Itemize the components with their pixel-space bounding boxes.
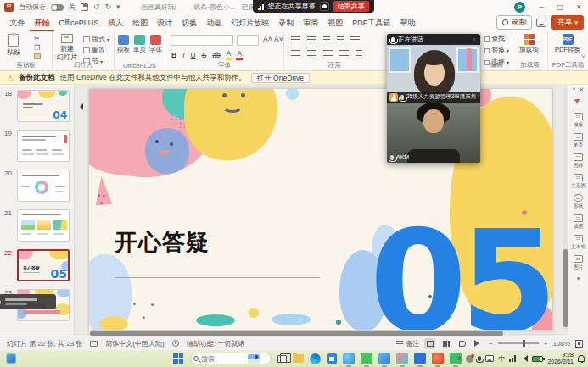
open-onedrive-button[interactable]: 打开 OneDrive (251, 73, 310, 83)
maximize-button[interactable]: ▢ (551, 0, 569, 14)
sidebar-collapse-icon[interactable]: ˅ (573, 86, 576, 93)
fit-to-window-icon[interactable] (575, 340, 583, 348)
zoom-out-icon[interactable]: − (489, 340, 493, 348)
notes-button[interactable]: 备注 (396, 339, 419, 348)
thumbnail-slide-21[interactable]: 21 (0, 208, 74, 247)
tab-review[interactable]: 审阅 (299, 14, 323, 31)
reset-button[interactable]: 重置 (83, 46, 109, 55)
sidebar-item-illustration[interactable]: 插画 (573, 214, 584, 231)
tab-animations[interactable]: 动画 (202, 14, 227, 31)
strikethrough-button[interactable]: S (201, 51, 208, 59)
task-view-icon[interactable] (277, 355, 287, 363)
minimize-button[interactable]: ─ (532, 0, 551, 14)
sidebar-item-textbox[interactable]: 文本框 (570, 235, 587, 251)
thumbnail-slide-18[interactable]: 18 04 (0, 88, 74, 128)
pinned-app-wechat-icon[interactable] (361, 353, 372, 364)
slide-title-text[interactable]: 开心答疑 (115, 227, 210, 258)
increase-indent-icon[interactable] (337, 36, 344, 43)
language-indicator[interactable]: 简体中文(中国大陆) (105, 339, 164, 348)
bullet-list-icon[interactable] (291, 36, 300, 43)
desktop-widget-icon[interactable] (6, 353, 16, 364)
tab-officeplus[interactable]: OfficePLUS (54, 14, 104, 31)
pinned-app-meeting-icon[interactable] (396, 353, 408, 364)
clock[interactable]: 9:28 2026/2/11 (547, 352, 574, 366)
start-button[interactable] (173, 353, 184, 364)
sidebar-close-icon[interactable]: ✕ (580, 86, 585, 93)
video-call-overlay[interactable]: 正在讲话 « 25级人力资源管理3班潘东旭 AKM (387, 34, 480, 163)
autosave-toggle[interactable] (51, 4, 64, 11)
record-button[interactable]: 录制 (496, 15, 532, 30)
share-button[interactable]: 共享 ▾ (551, 15, 584, 30)
snip-tray-icon[interactable] (485, 355, 494, 362)
cut-icon[interactable]: ✂ (34, 35, 41, 42)
replace-button[interactable]: 替换▾ (484, 46, 509, 55)
shrink-font-button[interactable]: A˅ (273, 35, 284, 43)
new-slide-button[interactable]: 新建 幻灯片 (57, 34, 77, 62)
font-color-button[interactable]: A (236, 49, 243, 60)
taskbar-search[interactable] (190, 353, 272, 364)
single-page-button[interactable]: 单页 (133, 35, 146, 54)
italic-button[interactable]: I (182, 51, 185, 59)
tab-design[interactable]: 设计 (153, 14, 177, 31)
sidebar-item-diagram[interactable]: 关系图 (570, 174, 587, 190)
align-center-icon[interactable] (307, 50, 316, 57)
sidebar-item-icons[interactable]: 图标 (573, 153, 584, 170)
format-painter-icon[interactable] (34, 53, 41, 59)
slide-editor[interactable]: 开心答疑 05 (89, 89, 552, 330)
grow-font-button[interactable]: A˄ (262, 35, 273, 43)
tab-record[interactable]: 录制 (274, 14, 299, 31)
bold-button[interactable]: B (171, 51, 177, 59)
sidebar-item-shapes[interactable]: 形状 (573, 194, 584, 210)
overlay-collapse-icon[interactable]: « (473, 36, 476, 42)
addins-button[interactable]: 加载项 (519, 34, 539, 54)
thumbnail-slide-23[interactable]: 23 THANKS (0, 287, 74, 327)
align-left-icon[interactable] (291, 50, 300, 57)
numbered-list-icon[interactable] (307, 36, 316, 43)
network-icon[interactable] (509, 355, 516, 362)
tab-view[interactable]: 视图 (323, 14, 348, 31)
pdf-convert-button[interactable]: PDF转换 (555, 34, 580, 54)
font-pack-button[interactable]: 字体 (149, 35, 162, 54)
sidebar-item-single-page[interactable]: 单页 (573, 133, 584, 149)
video-tile-participant-2[interactable]: AKM (387, 96, 480, 163)
volume-icon[interactable] (520, 355, 528, 362)
display-settings-icon[interactable] (90, 341, 98, 347)
slideshow-view-button[interactable] (473, 338, 484, 349)
accessibility-status[interactable]: 辅助功能: 一切就绪 (187, 339, 244, 348)
copy-icon[interactable]: ❐ (34, 44, 41, 52)
sidebar-item-picture[interactable]: 图片 (573, 255, 584, 271)
thumbnail-slide-22-selected[interactable]: 22 开心答疑 05 (0, 247, 74, 287)
columns-icon[interactable] (356, 50, 362, 57)
find-button[interactable]: 查找 (484, 34, 509, 43)
microsoft-store-icon[interactable] (327, 353, 337, 364)
video-tile-participant-1[interactable] (387, 45, 480, 96)
redo-icon[interactable]: ↻ (105, 3, 112, 11)
save-icon[interactable] (81, 3, 88, 11)
tab-home[interactable]: 开始 (30, 14, 54, 31)
security-tray-icon[interactable] (466, 355, 473, 363)
reading-view-button[interactable] (456, 338, 468, 349)
collapse-ribbon-icon[interactable]: ˅ (581, 53, 585, 60)
tab-transitions[interactable]: 切换 (177, 14, 202, 31)
thumbnail-slide-19[interactable]: 19 (0, 128, 74, 168)
comments-icon[interactable] (536, 19, 546, 27)
tab-draw[interactable]: 绘图 (128, 14, 153, 31)
file-explorer-icon[interactable] (293, 354, 304, 363)
char-spacing-button[interactable]: ab (211, 51, 221, 59)
pinned-app-photos-icon[interactable] (414, 353, 426, 364)
sidebar-item-template[interactable]: 模板 (573, 113, 584, 129)
underline-button[interactable]: U (190, 51, 197, 59)
thumbnail-slide-20[interactable]: 20 (0, 168, 74, 208)
notification-bell-icon[interactable] (578, 355, 585, 362)
tab-pdf-tools[interactable]: PDF工具箱 (348, 14, 395, 31)
line-spacing-icon[interactable] (350, 36, 360, 43)
qat-customize-icon[interactable]: ▾ (116, 3, 120, 11)
close-button[interactable]: ✕ (569, 0, 588, 14)
search-input[interactable] (201, 355, 245, 363)
pinned-app-docs-icon[interactable] (378, 353, 390, 364)
tab-slideshow[interactable]: 幻灯片放映 (227, 14, 274, 31)
ime-indicator[interactable]: 中 (498, 354, 505, 364)
battery-icon[interactable] (532, 356, 543, 362)
sidebar-more-icon[interactable]: ▾ (577, 275, 580, 282)
layout-button[interactable]: 版式▾ (83, 35, 109, 44)
